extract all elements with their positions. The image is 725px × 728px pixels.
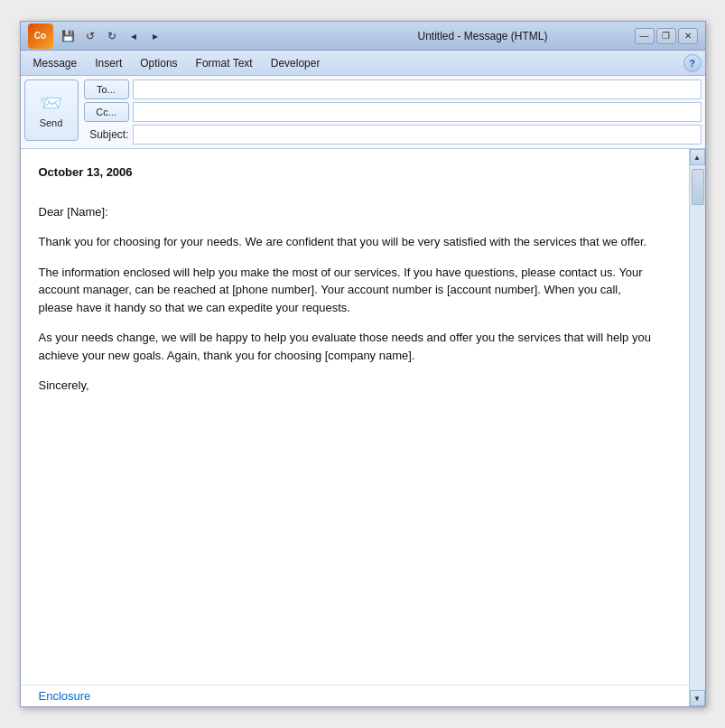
cc-input[interactable] (133, 102, 702, 122)
send-label: Send (40, 117, 63, 128)
subject-input[interactable] (133, 125, 702, 145)
scroll-down-button[interactable]: ▼ (690, 690, 705, 706)
cc-button[interactable]: Cc... (84, 102, 129, 122)
subject-label: Subject: (84, 128, 129, 141)
body-text: October 13, 2006 Dear [Name]: Thank you … (39, 163, 655, 460)
menu-bar: Message Insert Options Format Text Devel… (21, 51, 705, 76)
body-container: October 13, 2006 Dear [Name]: Thank you … (21, 149, 705, 706)
paragraph-2: The information enclosed will help you m… (39, 264, 655, 317)
menu-developer[interactable]: Developer (262, 53, 330, 73)
minimize-button[interactable]: — (635, 28, 655, 44)
scroll-track[interactable] (690, 165, 705, 690)
redo-icon-btn[interactable]: ↻ (102, 26, 122, 46)
office-logo-icon: Co (28, 23, 53, 49)
window-controls: — ❐ ✕ (635, 28, 698, 44)
restore-button[interactable]: ❐ (656, 28, 676, 44)
enclosure-text: Enclosure (39, 689, 91, 703)
menu-bar-right: ? (683, 54, 702, 72)
vertical-scrollbar[interactable]: ▲ ▼ (689, 149, 705, 706)
subject-row: Subject: (84, 125, 702, 145)
paragraph-3: As your needs change, we will be happy t… (39, 329, 655, 364)
back-icon-btn[interactable]: ◂ (124, 26, 144, 46)
window-title: Untitled - Message (HTML) (331, 30, 635, 42)
date-line: October 13, 2006 (39, 163, 655, 182)
save-icon-btn[interactable]: 💾 (59, 26, 79, 46)
scroll-up-button[interactable]: ▲ (690, 149, 705, 165)
to-input[interactable] (133, 79, 702, 99)
header-section: 📨 Send To... Cc... Subject: (21, 76, 705, 149)
close-button[interactable]: ✕ (678, 28, 698, 44)
title-bar-left: Co 💾 ↺ ↻ ◂ ▸ (28, 23, 331, 49)
cc-row: Cc... (84, 102, 702, 122)
send-icon: 📨 (40, 92, 62, 114)
greeting-line: Dear [Name]: (39, 203, 655, 221)
outlook-window: Co 💾 ↺ ↻ ◂ ▸ Untitled - Message (HTML) —… (20, 21, 706, 707)
help-button[interactable]: ? (683, 54, 702, 72)
title-bar: Co 💾 ↺ ↻ ◂ ▸ Untitled - Message (HTML) —… (21, 22, 705, 51)
fields-area: To... Cc... Subject: (84, 79, 702, 145)
paragraph-1: Thank you for choosing for your needs. W… (39, 233, 655, 251)
quick-access-toolbar: 💾 ↺ ↻ ◂ ▸ (59, 26, 165, 46)
undo-icon-btn[interactable]: ↺ (80, 26, 100, 46)
body-content[interactable]: October 13, 2006 Dear [Name]: Thank you … (21, 149, 673, 706)
closing-line: Sincerely, (39, 377, 655, 395)
enclosure-row: Enclosure (21, 685, 689, 706)
to-row: To... (84, 79, 702, 99)
menu-insert[interactable]: Insert (86, 53, 131, 73)
scroll-thumb[interactable] (692, 169, 704, 205)
forward-icon-btn[interactable]: ▸ (145, 26, 165, 46)
menu-format-text[interactable]: Format Text (187, 53, 262, 73)
send-button[interactable]: 📨 Send (24, 79, 79, 141)
menu-message[interactable]: Message (24, 53, 87, 73)
to-button[interactable]: To... (84, 79, 129, 99)
menu-options[interactable]: Options (131, 53, 186, 73)
